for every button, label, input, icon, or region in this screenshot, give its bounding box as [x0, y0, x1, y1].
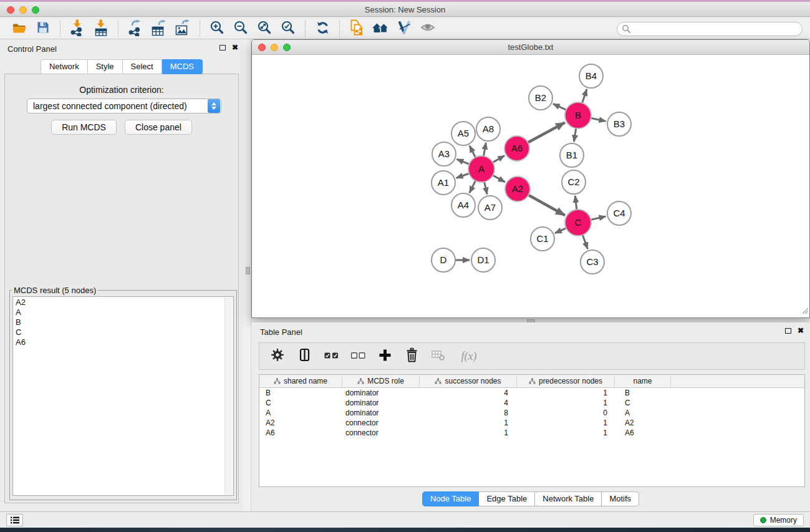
select-all-rows-button[interactable] — [323, 347, 339, 365]
tab-network[interactable]: Network — [41, 59, 88, 74]
table-cell[interactable]: connector — [342, 428, 420, 437]
network-canvas[interactable]: B4B2BB3A8A5A6A3B1AA1C2A2A4A7C4CC1C3DD1 — [252, 55, 809, 317]
search-field-wrap — [617, 22, 803, 36]
export-network-button[interactable] — [123, 19, 147, 38]
zoom-fit-icon — [257, 20, 272, 37]
table-cell[interactable]: 1 — [420, 428, 517, 437]
show-tasks-button[interactable] — [6, 514, 23, 526]
close-table-panel-icon[interactable]: ✖ — [798, 327, 804, 334]
close-panel-button[interactable]: Close panel — [125, 120, 192, 135]
float-panel-icon[interactable] — [219, 45, 226, 51]
table-row[interactable]: Adominator80A — [259, 408, 804, 418]
apply-layout-button[interactable] — [311, 19, 334, 38]
run-mcds-button[interactable]: Run MCDS — [51, 120, 117, 135]
column-header-name[interactable]: name — [615, 375, 671, 387]
graph-node-label-A1: A1 — [438, 177, 449, 188]
table-cell[interactable]: 1 — [517, 399, 615, 407]
save-session-button[interactable] — [31, 19, 55, 38]
delete-table-button-disabled[interactable] — [430, 347, 446, 365]
export-network-icon — [128, 19, 143, 39]
table-row[interactable]: Cdominator41C — [259, 398, 804, 408]
column-header-successor-nodes[interactable]: successor nodes — [420, 375, 517, 387]
show-all-networks-button[interactable] — [369, 19, 392, 38]
export-image-icon — [175, 19, 191, 39]
table-cell[interactable]: A — [259, 409, 342, 417]
close-panel-icon[interactable]: ✖ — [232, 44, 238, 51]
style-v-icon — [397, 20, 412, 37]
table-cell[interactable]: B — [259, 389, 342, 397]
export-image-button[interactable] — [171, 19, 195, 38]
function-builder-button-disabled[interactable]: f(x) — [457, 347, 481, 365]
split-divider-vertical[interactable] — [243, 39, 251, 511]
table-cell[interactable]: A6 — [615, 428, 671, 437]
table-cell[interactable]: connector — [342, 418, 420, 427]
export-table-button[interactable] — [147, 19, 171, 38]
table-cell[interactable]: 8 — [420, 409, 517, 417]
table-cell[interactable]: 1 — [517, 428, 615, 437]
open-session-button[interactable] — [7, 19, 31, 38]
table-row[interactable]: Bdominator41B — [259, 388, 804, 398]
import-table-button[interactable] — [89, 19, 113, 38]
table-cell[interactable]: 1 — [420, 418, 517, 427]
deselect-all-rows-button[interactable] — [350, 347, 366, 365]
table-cell[interactable]: A — [615, 409, 671, 417]
table-cell[interactable]: 0 — [517, 409, 615, 417]
column-visibility-button[interactable] — [296, 347, 312, 365]
search-input[interactable] — [617, 22, 803, 36]
control-panel: Control Panel ✖ Network Style Select MCD… — [0, 39, 243, 511]
tab-mcds[interactable]: MCDS — [162, 59, 203, 74]
mcds-result-item[interactable]: A — [16, 307, 233, 317]
table-cell[interactable]: 4 — [420, 399, 517, 407]
zoom-out-button[interactable] — [229, 19, 253, 38]
zoom-in-button[interactable] — [205, 19, 229, 38]
window-resize-grip[interactable] — [800, 306, 809, 317]
mcds-result-item[interactable]: C — [16, 327, 233, 337]
mcds-result-item[interactable]: A6 — [16, 337, 233, 347]
table-cell[interactable]: C — [615, 399, 671, 407]
criterion-dropdown[interactable]: largest connected component (directed) — [27, 99, 221, 114]
table-settings-button[interactable] — [269, 347, 286, 365]
tab-network-table[interactable]: Network Table — [535, 491, 602, 506]
float-table-panel-icon[interactable] — [785, 328, 791, 334]
graph-node-label-A7: A7 — [485, 202, 496, 213]
toggle-visibility-button[interactable] — [416, 19, 440, 38]
table-row[interactable]: A6connector11A6 — [259, 428, 804, 438]
delete-column-button[interactable] — [403, 347, 420, 365]
mcds-result-item[interactable]: B — [16, 317, 233, 327]
network-window-titlebar[interactable]: testGlobe.txt — [252, 40, 809, 55]
tab-select[interactable]: Select — [123, 59, 162, 74]
table-panel: Table Panel ✖ — [251, 322, 810, 511]
tab-edge-table[interactable]: Edge Table — [479, 491, 535, 506]
table-cell[interactable]: B — [615, 389, 671, 397]
table-row[interactable]: A2connector11A2 — [259, 418, 804, 428]
tab-motifs[interactable]: Motifs — [602, 491, 639, 506]
split-handle-vertical[interactable] — [246, 267, 250, 274]
tab-style[interactable]: Style — [88, 59, 123, 74]
table-cell[interactable]: dominator — [342, 389, 420, 397]
table-cell[interactable]: A6 — [259, 428, 342, 437]
mcds-result-item[interactable]: A2 — [16, 297, 233, 307]
table-cell[interactable]: 1 — [517, 418, 615, 427]
table-cell[interactable]: A2 — [615, 418, 671, 427]
column-header-predecessor-nodes[interactable]: predecessor nodes — [517, 375, 615, 387]
import-network-button[interactable] — [65, 19, 89, 38]
table-cell[interactable]: 1 — [517, 389, 615, 397]
clone-network-button[interactable] — [345, 19, 369, 38]
column-header-mcds-role[interactable]: MCDS role — [342, 375, 420, 387]
export-table-icon — [151, 19, 167, 39]
optimization-criterion-label: Optimization criterion: — [5, 85, 238, 95]
zoom-fit-button[interactable] — [253, 19, 276, 38]
create-column-button[interactable] — [377, 347, 393, 365]
table-cell[interactable]: dominator — [342, 409, 420, 417]
result-scrollbar[interactable] — [224, 297, 233, 495]
table-cell[interactable]: dominator — [342, 399, 420, 407]
table-cell[interactable]: 4 — [420, 389, 517, 397]
table-cell[interactable]: C — [259, 399, 342, 407]
tab-node-table[interactable]: Node Table — [422, 491, 480, 506]
table-cell[interactable]: A2 — [259, 418, 342, 427]
column-header-shared-name[interactable]: shared name — [259, 375, 342, 387]
application-window: Session: New Session — [0, 0, 810, 532]
zoom-selected-button[interactable] — [276, 19, 300, 38]
toggle-style-button[interactable] — [392, 19, 416, 38]
memory-button[interactable]: Memory — [753, 514, 804, 526]
